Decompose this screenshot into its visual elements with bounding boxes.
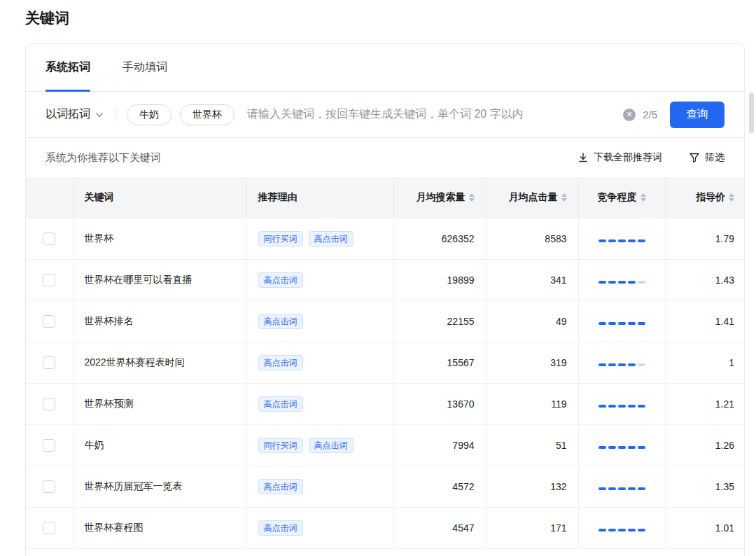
- table-row: 2022世界杯赛程表时间 高点击词 15567 319 1: [26, 342, 745, 383]
- reason-tags: 高点击词: [258, 272, 393, 288]
- search-volume-cell: 13670: [393, 383, 486, 424]
- scrollbar-thumb[interactable]: [749, 92, 754, 133]
- competition-bar: [598, 239, 606, 242]
- vertical-divider: [115, 109, 115, 121]
- search-volume-cell: 626352: [393, 218, 486, 259]
- row-checkbox[interactable]: [43, 480, 55, 493]
- reason-tag: 高点击词: [258, 520, 303, 536]
- competition-bar: [628, 487, 636, 490]
- clear-icon[interactable]: ✕: [623, 109, 636, 121]
- keyword-cell-text: 2022世界杯赛程表时间: [85, 356, 185, 368]
- tab-item-0[interactable]: 系统拓词: [46, 44, 90, 91]
- competition-bars: [598, 405, 645, 408]
- table-row: 牛奶 同行买词高点击词 7994 51 1.26: [26, 424, 745, 466]
- sort-icon[interactable]: [469, 193, 475, 202]
- keyword-tag[interactable]: 牛奶: [127, 104, 172, 125]
- table-row: 世界杯预测 高点击词 13670 119 1.21: [26, 383, 745, 424]
- competition-bar: [598, 446, 606, 449]
- click-volume-cell: 8583: [486, 218, 578, 259]
- table-row: 世界杯在哪里可以看直播 高点击词 19899 341 1.43: [26, 259, 745, 300]
- keyword-tag[interactable]: 世界杯: [180, 104, 234, 125]
- reason-cell: 高点击词: [246, 259, 393, 300]
- competition-bar: [638, 239, 645, 242]
- filter-button[interactable]: 筛选: [689, 151, 724, 164]
- click-volume-cell: 132: [486, 466, 578, 507]
- competition-bar: [618, 239, 626, 242]
- header-price-label: 指导价: [696, 191, 725, 204]
- competition-bar: [628, 281, 636, 284]
- reason-tag: 高点击词: [309, 231, 354, 246]
- keyword-cell: 2022世界杯赛程表时间: [73, 342, 246, 383]
- table-row: 世界杯历届冠军一览表 高点击词 4572 132 1.35: [26, 466, 745, 507]
- price-cell: 1.01: [665, 507, 745, 548]
- table-row: 世界杯 同行买词高点击词 626352 8583 1.79: [26, 218, 745, 259]
- competition-bar: [598, 281, 606, 284]
- click-volume-cell: 341: [486, 259, 578, 300]
- price-cell: 1.43: [665, 259, 745, 300]
- row-checkbox[interactable]: [43, 439, 55, 452]
- competition-bar: [608, 239, 616, 242]
- query-button[interactable]: 查询: [670, 102, 724, 128]
- header-click-volume-label: 月均点击量: [509, 191, 558, 204]
- keyword-input[interactable]: 请输入关键词，按回车键生成关键词，单个词 20 字以内: [247, 107, 524, 122]
- header-competition[interactable]: 竞争程度: [578, 177, 665, 218]
- row-checkbox[interactable]: [43, 356, 55, 369]
- reason-cell: 高点击词: [246, 300, 393, 342]
- keyword-cell-text: 世界杯在哪里可以看直播: [85, 274, 192, 285]
- expand-mode-dropdown[interactable]: 以词拓词: [46, 107, 104, 122]
- row-checkbox[interactable]: [43, 522, 55, 534]
- tab-item-1[interactable]: 手动填词: [122, 44, 167, 91]
- filter-label: 筛选: [705, 151, 724, 164]
- click-volume-cell: 319: [486, 342, 578, 383]
- header-price[interactable]: 指导价: [665, 177, 745, 218]
- reason-tags: 高点击词: [258, 355, 393, 370]
- competition-bar: [598, 529, 606, 531]
- reason-tag: 高点击词: [258, 355, 303, 370]
- header-click-volume[interactable]: 月均点击量: [486, 177, 578, 218]
- price-cell: 1.26: [665, 424, 745, 466]
- competition-bar: [618, 487, 626, 490]
- price-cell: 1.41: [665, 300, 745, 342]
- competition-bars: [598, 529, 645, 531]
- keyword-cell: 世界杯排名: [73, 300, 246, 342]
- competition-bars: [598, 363, 645, 366]
- search-volume-cell: 22155: [393, 300, 486, 342]
- keyword-table-body: 世界杯 同行买词高点击词 626352 8583 1.79 世界杯在哪里可以看直…: [26, 218, 745, 548]
- chevron-down-icon: [95, 111, 104, 119]
- sort-icon[interactable]: [729, 193, 734, 202]
- row-checkbox[interactable]: [43, 232, 55, 245]
- download-all-button[interactable]: 下载全部推荐词: [578, 151, 662, 164]
- keyword-cell: 世界杯历届冠军一览表: [73, 466, 246, 507]
- header-reason: 推荐理由: [246, 177, 393, 218]
- header-search-volume[interactable]: 月均搜索量: [393, 177, 486, 218]
- competition-bar: [638, 281, 645, 284]
- sort-icon[interactable]: [561, 193, 567, 202]
- reason-tag: 高点击词: [258, 396, 303, 412]
- search-volume-cell: 19899: [393, 259, 486, 300]
- expand-mode-label: 以词拓词: [46, 107, 90, 122]
- page-title: 关键词: [25, 8, 69, 28]
- reason-tag: 高点击词: [258, 272, 303, 288]
- row-checkbox[interactable]: [43, 315, 55, 328]
- competition-bar: [618, 363, 626, 366]
- reason-cell: 同行买词高点击词: [246, 218, 393, 259]
- search-volume-cell: 4547: [393, 507, 486, 548]
- price-cell: 1: [665, 342, 745, 383]
- price-cell: 1.79: [665, 218, 745, 259]
- keyword-cell: 世界杯赛程图: [73, 507, 246, 548]
- keyword-cell-text: 世界杯历届冠军一览表: [85, 480, 183, 492]
- keyword-panel: 系统拓词手动填词 以词拓词 牛奶世界杯 请输入关键词，按回车键生成关键词，单个词…: [25, 43, 745, 556]
- keyword-cell-text: 牛奶: [85, 439, 104, 450]
- toolbar: 系统为你推荐以下关键词 下载全部推荐词 筛选: [26, 138, 744, 177]
- competition-cell: [578, 383, 665, 424]
- competition-bar: [608, 363, 616, 366]
- reason-tag: 高点击词: [258, 479, 303, 494]
- row-checkbox[interactable]: [43, 398, 55, 410]
- competition-cell: [578, 424, 665, 466]
- competition-bar: [608, 446, 616, 449]
- reason-tags: 高点击词: [258, 520, 393, 536]
- row-checkbox[interactable]: [43, 274, 55, 286]
- competition-bar: [618, 446, 626, 449]
- sort-icon[interactable]: [640, 193, 646, 202]
- competition-bar: [598, 405, 606, 408]
